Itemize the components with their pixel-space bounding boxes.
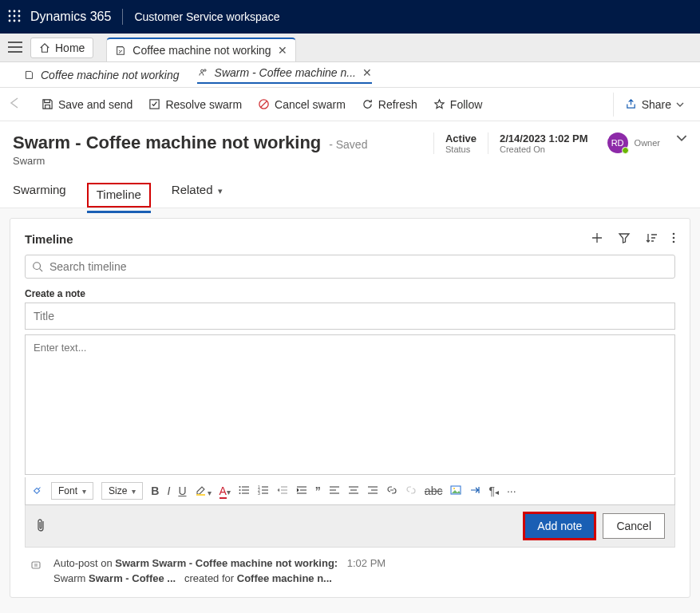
close-icon[interactable]: ✕ (278, 44, 287, 57)
case-icon (115, 45, 126, 56)
align-left-icon[interactable] (329, 484, 340, 498)
chevron-down-icon: ▾ (132, 487, 136, 496)
svg-point-1 (14, 10, 16, 12)
add-icon[interactable] (591, 231, 603, 247)
font-label: Font (58, 485, 77, 496)
note-body-input[interactable] (25, 334, 675, 475)
case-icon (24, 69, 34, 80)
cancel-swarm-button[interactable]: Cancel swarm (250, 93, 354, 116)
app-subtabs: Coffee machine not working Swarm - Coffe… (0, 62, 700, 88)
note-title-input[interactable] (25, 303, 675, 330)
font-select[interactable]: Font ▾ (51, 482, 93, 500)
refresh-button[interactable]: Refresh (354, 93, 425, 116)
more-icon[interactable]: ··· (507, 484, 516, 497)
save-send-button[interactable]: Save and send (34, 93, 140, 116)
status-column: Active Status (433, 132, 488, 154)
svg-rect-50 (32, 562, 40, 568)
attach-bar: Add note Cancel (25, 505, 675, 548)
tab-swarming[interactable]: Swarming (13, 183, 66, 208)
created-column: 2/14/2023 1:02 PM Created On (488, 132, 599, 154)
highlight-icon[interactable]: ▾ (195, 484, 212, 498)
app-launcher-icon[interactable] (8, 10, 21, 25)
close-icon[interactable]: ✕ (362, 66, 372, 79)
unlink-icon[interactable] (405, 484, 417, 498)
align-center-icon[interactable] (348, 484, 359, 498)
autopost-line2: Swarm Swarm - Coffee ... created for Cof… (53, 572, 386, 584)
tab-timeline[interactable]: Timeline (87, 183, 151, 208)
link-icon[interactable] (386, 484, 397, 498)
chevron-down-icon: ▾ (82, 487, 86, 496)
attach-icon[interactable] (35, 518, 46, 535)
underline-icon[interactable]: U (178, 484, 186, 497)
svg-point-16 (673, 237, 675, 239)
italic-icon[interactable]: I (167, 484, 170, 497)
image-icon[interactable] (450, 484, 461, 498)
presence-dot (622, 147, 629, 154)
cancel-button[interactable]: Cancel (603, 513, 665, 539)
svg-point-6 (9, 19, 11, 22)
numbered-list-icon[interactable]: 123 (258, 484, 269, 498)
resolve-swarm-label: Resolve swarm (165, 98, 242, 111)
add-note-button[interactable]: Add note (524, 513, 595, 539)
divider (122, 9, 123, 25)
svg-point-8 (18, 19, 21, 22)
ribbon-bar: Home Coffee machine not working ✕ (0, 34, 700, 62)
outdent-icon[interactable] (277, 484, 288, 498)
format-painter-icon[interactable] (32, 484, 43, 498)
chevron-down-icon[interactable] (676, 132, 687, 146)
global-nav: Dynamics 365 Customer Service workspace (0, 0, 700, 34)
home-icon (39, 42, 50, 53)
create-note-label: Create a note (25, 288, 675, 299)
form-tabs: Swarming Timeline Related ▾ (0, 172, 700, 208)
size-select[interactable]: Size ▾ (101, 482, 143, 500)
svg-text:3: 3 (258, 491, 260, 496)
share-button[interactable]: Share (617, 93, 692, 116)
bold-icon[interactable]: B (151, 484, 159, 497)
refresh-icon (362, 98, 374, 110)
rtl-icon[interactable]: ¶◂ (488, 484, 499, 497)
status-label: Status (445, 144, 477, 154)
autopost-icon (30, 559, 42, 584)
svg-point-7 (14, 19, 16, 22)
share-label: Share (642, 98, 671, 111)
follow-button[interactable]: Follow (425, 93, 490, 116)
size-label: Size (109, 485, 127, 496)
indent-icon[interactable] (296, 484, 307, 498)
subtab-case[interactable]: Coffee machine not working (24, 69, 180, 81)
svg-point-2 (18, 10, 21, 12)
align-right-icon[interactable] (367, 484, 378, 498)
subtab-swarm[interactable]: Swarm - Coffee machine n... ✕ (197, 66, 372, 84)
star-icon (433, 98, 445, 110)
avatar: RD (607, 132, 628, 153)
svg-rect-20 (196, 494, 205, 496)
status-value: Active (445, 132, 477, 144)
more-icon[interactable] (672, 231, 675, 247)
tab-related[interactable]: Related ▾ (172, 183, 223, 208)
quote-icon[interactable]: ” (315, 484, 321, 497)
autopost-line1: Auto-post on Swarm Swarm - Coffee machin… (53, 557, 386, 569)
follow-label: Follow (450, 98, 482, 111)
cancel-swarm-label: Cancel swarm (275, 98, 346, 111)
sort-icon[interactable] (645, 231, 658, 247)
owner-column[interactable]: RD Owner (599, 132, 668, 153)
svg-point-15 (673, 233, 675, 235)
svg-point-3 (9, 14, 11, 17)
ltr-icon[interactable] (469, 484, 481, 498)
bullet-list-icon[interactable] (239, 484, 250, 498)
home-button[interactable]: Home (30, 38, 93, 58)
search-timeline[interactable] (25, 255, 675, 279)
strikethrough-icon[interactable]: abc (425, 484, 443, 497)
resolve-swarm-button[interactable]: Resolve swarm (140, 93, 250, 116)
back-button[interactable] (8, 97, 24, 112)
font-color-icon[interactable]: A▾ (219, 484, 231, 497)
session-tab[interactable]: Coffee machine not working ✕ (106, 38, 295, 61)
filter-icon[interactable] (618, 231, 631, 247)
cancel-icon (258, 98, 270, 110)
svg-point-49 (453, 488, 455, 489)
hamburger-icon[interactable] (8, 42, 22, 55)
timeline-card: Timeline Create a note (10, 218, 690, 598)
search-input[interactable] (49, 260, 668, 273)
svg-line-19 (40, 269, 43, 272)
session-tab-label: Coffee machine not working (132, 44, 271, 57)
workspace-label: Customer Service workspace (134, 10, 279, 23)
